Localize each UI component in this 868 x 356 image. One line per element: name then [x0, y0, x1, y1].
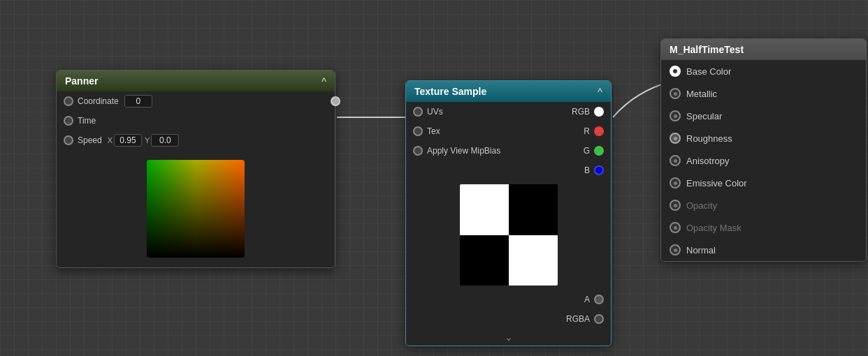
material-pin-row-0: Base Color	[661, 60, 866, 82]
rgb-output-pin[interactable]	[594, 107, 604, 117]
texture-sample-collapse-icon[interactable]: ^	[598, 87, 602, 96]
material-pin-7[interactable]	[670, 222, 681, 233]
material-pin-label-4: Anisotropy	[686, 156, 729, 166]
coordinate-row: Coordinate	[57, 91, 335, 111]
material-pin-label-5: Emissive Color	[686, 178, 747, 188]
material-pin-label-8: Normal	[686, 245, 716, 255]
material-pin-0[interactable]	[670, 66, 681, 77]
material-pin-row-5: Emissive Color	[661, 172, 866, 194]
uvs-row: UVs RGB	[406, 102, 611, 121]
material-pin-label-0: Base Color	[686, 66, 731, 77]
a-output-pin[interactable]	[594, 295, 604, 304]
checker-cell-white-tl	[460, 184, 509, 235]
b-row: B	[406, 161, 611, 180]
material-body: Base ColorMetallicSpecularRoughnessAniso…	[661, 60, 866, 261]
material-pin-1[interactable]	[670, 88, 681, 99]
texture-sample-header: Texture Sample ^	[406, 81, 611, 102]
material-pin-2[interactable]	[670, 110, 681, 121]
mipbias-input-pin[interactable]	[413, 146, 423, 156]
material-pin-row-7: Opacity Mask	[661, 216, 866, 239]
material-pin-3[interactable]	[670, 133, 681, 144]
rgb-label: RGB	[572, 107, 590, 117]
mipbias-row: Apply View MipBias G	[406, 141, 611, 161]
checker-cell-white-br	[509, 235, 558, 286]
material-pin-row-8: Normal	[661, 239, 866, 261]
rgba-output-pin[interactable]	[594, 314, 604, 324]
a-row: A	[406, 290, 611, 309]
uvs-input-pin[interactable]	[413, 107, 423, 117]
rgba-row: RGBA	[406, 309, 611, 329]
speed-y-input[interactable]	[151, 134, 179, 147]
panner-collapse-icon[interactable]: ^	[321, 76, 326, 86]
b-output-pin[interactable]	[594, 165, 604, 175]
speed-x-input[interactable]	[114, 134, 142, 147]
material-header: M_HalfTimeTest	[661, 39, 866, 60]
material-pin-row-1: Metallic	[661, 82, 866, 105]
material-pin-label-2: Specular	[686, 111, 722, 121]
panner-node: Panner ^ Coordinate Time Speed X Y	[56, 70, 335, 268]
material-pin-label-3: Roughness	[686, 133, 732, 144]
checker-preview	[460, 184, 558, 285]
material-pin-row-2: Specular	[661, 105, 866, 127]
coordinate-label: Coordinate	[78, 96, 119, 106]
mipbias-label: Apply View MipBias	[427, 146, 500, 156]
y-label: Y	[145, 136, 150, 144]
r-label: R	[584, 126, 590, 136]
speed-label: Speed	[78, 135, 102, 145]
x-label: X	[108, 136, 113, 144]
r-output-pin[interactable]	[594, 126, 604, 136]
material-title: M_HalfTimeTest	[670, 44, 744, 55]
material-pin-5[interactable]	[670, 177, 681, 188]
material-node: M_HalfTimeTest Base ColorMetallicSpecula…	[660, 38, 867, 262]
material-pin-4[interactable]	[670, 155, 681, 166]
speed-input-pin[interactable]	[64, 135, 73, 145]
color-gradient-preview	[147, 160, 245, 258]
g-output-pin[interactable]	[594, 146, 604, 156]
material-pin-8[interactable]	[670, 244, 681, 255]
time-row: Time	[57, 111, 335, 131]
texture-sample-expand-icon[interactable]: ⌄	[406, 329, 611, 346]
material-pin-6[interactable]	[670, 200, 681, 211]
g-label: G	[584, 146, 590, 156]
material-pin-label-7: Opacity Mask	[686, 223, 742, 233]
tex-input-pin[interactable]	[413, 126, 423, 136]
checker-cell-black-bl	[460, 235, 509, 286]
texture-sample-title: Texture Sample	[414, 86, 486, 97]
coordinate-input-pin[interactable]	[64, 96, 73, 106]
tex-label: Tex	[427, 126, 440, 136]
coordinate-input[interactable]	[124, 95, 152, 107]
time-label: Time	[78, 116, 96, 126]
panner-output-pin[interactable]	[331, 96, 340, 106]
tex-row: Tex R	[406, 121, 611, 141]
a-label: A	[584, 295, 590, 304]
checker-cell-black-tr	[509, 184, 558, 235]
panner-header: Panner ^	[57, 71, 335, 91]
material-pin-row-4: Anisotropy	[661, 149, 866, 172]
time-input-pin[interactable]	[64, 116, 73, 126]
texture-sample-node: Texture Sample ^ UVs RGB Tex R	[405, 80, 612, 346]
material-pin-row-6: Opacity	[661, 194, 866, 216]
panner-title: Panner	[65, 75, 98, 87]
speed-row: Speed X Y	[57, 131, 335, 150]
material-pin-row-3: Roughness	[661, 127, 866, 149]
rgba-label: RGBA	[566, 314, 590, 324]
material-pin-label-1: Metallic	[686, 89, 717, 99]
uvs-label: UVs	[427, 107, 443, 117]
b-label: B	[584, 165, 590, 175]
material-pin-label-6: Opacity	[686, 200, 717, 211]
